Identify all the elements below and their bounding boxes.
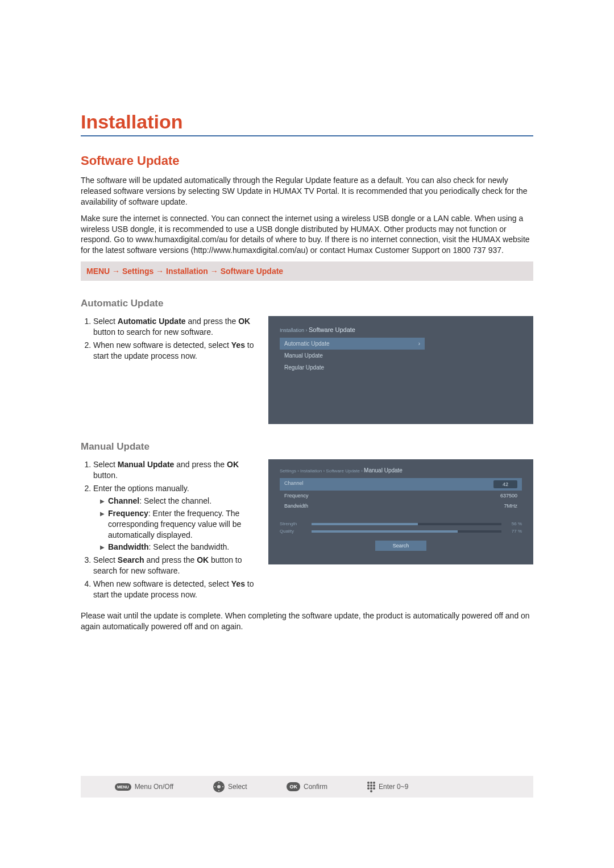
bullet-arrow-icon: ▶ xyxy=(100,510,105,541)
footer-item-menu: MENU Menu On/Off xyxy=(115,783,173,791)
bullet-arrow-icon: ▶ xyxy=(100,543,105,553)
numpad-icon xyxy=(367,782,375,792)
signal-quality-row: Quality 77 % xyxy=(280,529,522,534)
software-update-screenshot: Installation › Software Update Automatic… xyxy=(268,316,533,424)
nav-cross-icon xyxy=(213,781,225,792)
automatic-update-title: Automatic Update xyxy=(81,298,533,309)
screen-menu-item: Regular Update xyxy=(280,362,425,373)
list-item: Enter the options manually. ▶Channel: Se… xyxy=(93,483,257,553)
manual-steps-list: Select Manual Update and press the OK bu… xyxy=(81,459,257,600)
list-item: When new software is detected, select Ye… xyxy=(93,579,257,600)
intro-paragraph-1: The software will be updated automatical… xyxy=(81,175,533,207)
nav-path-text: MENU → Settings → Installation → Softwar… xyxy=(86,267,283,276)
footer-legend-bar: MENU Menu On/Off Select OK Confirm Enter… xyxy=(81,776,533,798)
screen-option-row: Frequency637500 xyxy=(280,491,522,501)
footer-item-select: Select xyxy=(213,781,247,792)
screenshot-breadcrumb: Installation › Software Update xyxy=(280,326,522,333)
signal-strength-row: Strength 56 % xyxy=(280,521,522,526)
screen-menu-item: Manual Update xyxy=(280,350,425,362)
list-item: When new software is detected, select Ye… xyxy=(93,340,257,362)
list-item: Select Manual Update and press the OK bu… xyxy=(93,459,257,481)
footer-item-numpad: Enter 0~9 xyxy=(367,782,408,792)
manual-update-section: Manual Update Select Manual Update and p… xyxy=(81,441,533,632)
screen-option-row: Bandwidth7MHz xyxy=(280,501,522,511)
manual-update-title: Manual Update xyxy=(81,441,533,452)
list-item: Select Search and press the OK button to… xyxy=(93,555,257,576)
footer-label: Menu On/Off xyxy=(135,783,173,791)
section-title: Software Update xyxy=(81,153,533,168)
footer-label: Confirm xyxy=(304,783,327,791)
ok-button-icon: OK xyxy=(287,782,300,791)
automatic-steps-list: Select Automatic Update and press the OK… xyxy=(81,316,257,362)
chapter-title: Installation xyxy=(81,111,533,136)
footer-label: Enter 0~9 xyxy=(379,783,408,791)
menu-button-icon: MENU xyxy=(115,783,131,791)
bullet-arrow-icon: ▶ xyxy=(100,497,105,506)
list-item: Select Automatic Update and press the OK… xyxy=(93,316,257,338)
nav-path-box: MENU → Settings → Installation → Softwar… xyxy=(81,261,533,281)
intro-paragraph-2: Make sure the internet is connected. You… xyxy=(81,213,533,256)
manual-update-screenshot: Settings › Installation › Software Updat… xyxy=(268,459,533,564)
automatic-update-section: Automatic Update Select Automatic Update… xyxy=(81,298,533,424)
screenshot-breadcrumb: Settings › Installation › Software Updat… xyxy=(280,467,522,474)
screen-menu-item-selected: Automatic Update xyxy=(280,338,425,350)
closing-paragraph: Please wait until the update is complete… xyxy=(81,610,533,632)
screen-search-button: Search xyxy=(375,541,426,551)
screen-option-row-selected: Channel42 xyxy=(280,478,522,491)
footer-item-confirm: OK Confirm xyxy=(287,782,327,791)
footer-label: Select xyxy=(228,783,247,791)
